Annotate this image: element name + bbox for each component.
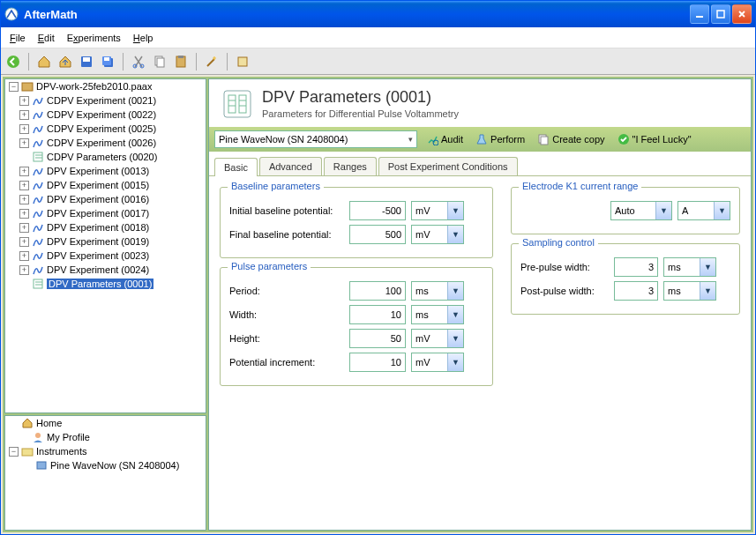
expand-icon[interactable]: + bbox=[19, 181, 29, 190]
home-up-icon[interactable] bbox=[56, 53, 74, 71]
experiment-icon bbox=[32, 264, 44, 276]
expand-icon[interactable]: + bbox=[19, 96, 29, 106]
tree-item[interactable]: +DPV Experiment (0017) bbox=[19, 206, 206, 220]
home-icon[interactable] bbox=[35, 53, 53, 71]
expand-icon[interactable]: + bbox=[19, 209, 29, 219]
initial-baseline-unit[interactable]: mV▼ bbox=[411, 201, 464, 220]
expand-icon[interactable]: + bbox=[19, 110, 29, 120]
instrument-select[interactable]: Pine WaveNow (SN 2408004) bbox=[214, 130, 417, 148]
tree-item[interactable]: +DPV Experiment (0018) bbox=[19, 220, 206, 234]
expand-icon[interactable]: + bbox=[19, 124, 29, 134]
expand-icon[interactable]: + bbox=[19, 237, 29, 247]
svg-rect-14 bbox=[178, 56, 183, 58]
experiment-icon bbox=[32, 249, 44, 262]
parameters-icon bbox=[32, 278, 44, 290]
instruments-node[interactable]: −Instruments bbox=[9, 444, 206, 458]
create-copy-button[interactable]: Create copy bbox=[534, 131, 608, 147]
tree-item[interactable]: DPV Parameters (0001) bbox=[19, 277, 206, 291]
tree-item[interactable]: +CDPV Experiment (0021) bbox=[19, 93, 206, 108]
feel-lucky-button[interactable]: "I Feel Lucky" bbox=[614, 131, 695, 147]
tree-root[interactable]: − DPV-work-25feb2010.paax bbox=[9, 79, 206, 93]
experiment-icon bbox=[32, 221, 44, 234]
potential-increment-unit[interactable]: mV▼ bbox=[411, 353, 464, 372]
device-node[interactable]: Pine WaveNow (SN 2408004) bbox=[23, 458, 206, 472]
project-tree[interactable]: − DPV-work-25feb2010.paax +CDPV Experime… bbox=[4, 78, 206, 413]
paste-icon[interactable] bbox=[172, 53, 190, 71]
expand-icon[interactable]: + bbox=[19, 223, 29, 233]
tree-item[interactable]: +DPV Experiment (0019) bbox=[19, 234, 206, 249]
back-icon[interactable] bbox=[4, 53, 22, 71]
tab-basic[interactable]: Basic bbox=[214, 158, 258, 176]
tree-item[interactable]: +CDPV Experiment (0025) bbox=[19, 122, 206, 136]
width-unit[interactable]: ms▼ bbox=[411, 305, 464, 324]
tree-item[interactable]: +CDPV Experiment (0022) bbox=[19, 108, 206, 122]
save-all-icon[interactable] bbox=[99, 53, 116, 71]
expand-icon[interactable]: + bbox=[19, 265, 29, 275]
minimize-button[interactable] bbox=[690, 4, 709, 24]
close-button[interactable] bbox=[732, 4, 752, 24]
cut-icon[interactable] bbox=[130, 53, 147, 71]
expand-icon[interactable]: + bbox=[19, 251, 29, 261]
tree-item[interactable]: +CDPV Experiment (0026) bbox=[19, 136, 206, 150]
initial-baseline-input[interactable] bbox=[349, 201, 406, 220]
devices-tree[interactable]: Home My Profile −Instruments Pine WaveNo… bbox=[4, 415, 206, 531]
tool-icon[interactable] bbox=[234, 53, 251, 71]
final-baseline-unit[interactable]: mV▼ bbox=[411, 225, 464, 244]
perform-button[interactable]: Perform bbox=[472, 131, 528, 147]
collapse-icon[interactable]: − bbox=[9, 447, 19, 457]
menu-edit[interactable]: Edit bbox=[38, 33, 55, 43]
label-potential-increment: Potential increment: bbox=[229, 357, 344, 368]
tree-item[interactable]: +DPV Experiment (0013) bbox=[19, 164, 206, 178]
period-input[interactable] bbox=[349, 281, 406, 301]
period-unit[interactable]: ms▼ bbox=[411, 281, 464, 301]
titlebar: AfterMath bbox=[1, 1, 755, 27]
menu-file[interactable]: File bbox=[10, 33, 26, 43]
final-baseline-input[interactable] bbox=[349, 225, 406, 244]
profile-node[interactable]: My Profile bbox=[19, 430, 206, 444]
tree-item[interactable]: +DPV Experiment (0016) bbox=[19, 192, 206, 206]
height-unit[interactable]: mV▼ bbox=[411, 329, 464, 348]
experiment-icon bbox=[32, 108, 44, 121]
expand-icon[interactable]: + bbox=[19, 195, 29, 204]
tree-item[interactable]: CDPV Parameters (0020) bbox=[19, 150, 206, 164]
save-icon[interactable] bbox=[78, 53, 95, 71]
experiment-icon bbox=[32, 137, 44, 149]
home-node[interactable]: Home bbox=[9, 416, 206, 430]
svg-rect-5 bbox=[83, 57, 90, 62]
height-input[interactable] bbox=[349, 329, 406, 348]
prepulse-unit[interactable]: ms▼ bbox=[663, 257, 716, 277]
label-initial-baseline: Initial baseline potential: bbox=[229, 205, 344, 216]
menu-help[interactable]: Help bbox=[133, 33, 153, 43]
copy-icon[interactable] bbox=[151, 53, 168, 71]
flask-icon bbox=[475, 133, 488, 145]
k1-mode-select[interactable]: Auto▼ bbox=[610, 201, 672, 220]
tab-post-experiment[interactable]: Post Experiment Conditions bbox=[378, 157, 518, 175]
tab-advanced[interactable]: Advanced bbox=[259, 157, 322, 175]
tab-ranges[interactable]: Ranges bbox=[324, 157, 377, 175]
postpulse-input[interactable] bbox=[614, 281, 658, 301]
window-title: AfterMath bbox=[24, 8, 690, 21]
tree-item[interactable]: +DPV Experiment (0024) bbox=[19, 263, 206, 277]
window-controls bbox=[690, 4, 752, 24]
tree-item[interactable]: +DPV Experiment (0015) bbox=[19, 178, 206, 192]
svg-point-33 bbox=[433, 140, 438, 145]
prepulse-input[interactable] bbox=[614, 257, 658, 277]
copy-icon bbox=[537, 133, 550, 145]
instrument-selected: Pine WaveNow (SN 2408004) bbox=[219, 134, 348, 145]
expand-icon[interactable]: + bbox=[19, 138, 29, 148]
maximize-button[interactable] bbox=[711, 4, 730, 24]
collapse-icon[interactable]: − bbox=[9, 82, 19, 92]
width-input[interactable] bbox=[349, 305, 406, 324]
wand-icon[interactable] bbox=[203, 53, 221, 71]
potential-increment-input[interactable] bbox=[349, 353, 406, 372]
k1-unit-select[interactable]: A▼ bbox=[677, 201, 730, 220]
postpulse-unit[interactable]: ms▼ bbox=[663, 281, 716, 301]
experiment-icon bbox=[32, 207, 44, 219]
experiment-icon bbox=[32, 123, 44, 135]
menu-experiments[interactable]: Experiments bbox=[67, 33, 121, 43]
chevron-down-icon: ▼ bbox=[447, 226, 463, 243]
audit-button[interactable]: Audit bbox=[423, 131, 467, 147]
expand-icon[interactable]: + bbox=[19, 167, 29, 176]
tree-item-label: CDPV Experiment (0021) bbox=[47, 95, 156, 106]
tree-item[interactable]: +DPV Experiment (0023) bbox=[19, 249, 206, 263]
